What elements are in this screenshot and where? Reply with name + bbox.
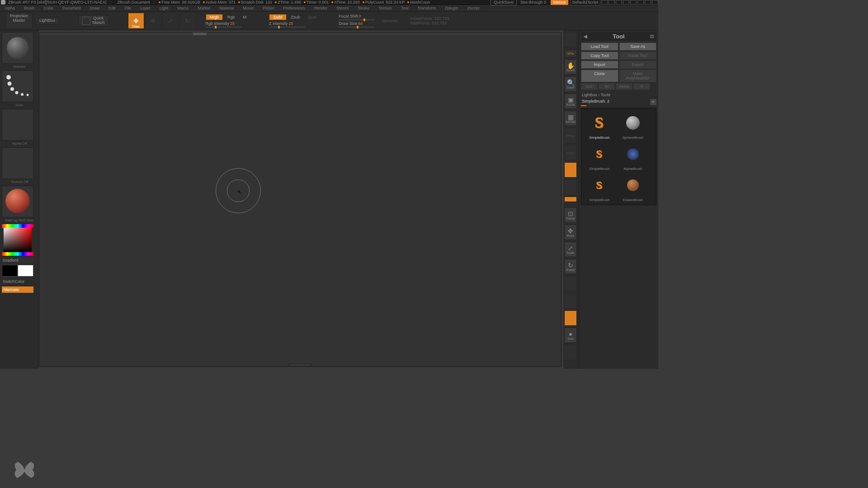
mrgb-button[interactable]: Mrgb — [206, 14, 223, 20]
xpose-button[interactable] — [564, 197, 577, 202]
frame-button[interactable]: ⊡Frame — [564, 207, 577, 223]
focal-shift-value[interactable]: 0 — [359, 14, 361, 19]
gradient-button[interactable]: Gradient — [2, 258, 33, 263]
menu-stencil[interactable]: Stencil — [332, 5, 353, 11]
quicksketch-button[interactable]: Quick Sketch — [78, 15, 109, 27]
ghost-button[interactable] — [564, 310, 577, 326]
menu-zplugin[interactable]: Zplugin — [440, 5, 463, 11]
lightbox-tools-link[interactable]: Lightbox › Tools — [581, 92, 656, 98]
menu-transform[interactable]: Transform — [413, 5, 440, 11]
current-tool-name[interactable]: SimpleBrush. 2 — [581, 98, 649, 104]
dock-move-button[interactable]: ✥Move — [564, 225, 577, 240]
menu-draw[interactable]: Draw — [85, 5, 104, 11]
persp-button[interactable]: Persp — [564, 128, 577, 143]
zsub-button[interactable]: Zsub — [288, 14, 304, 20]
clone-button[interactable]: Clone — [581, 70, 618, 82]
texture-thumbnail[interactable] — [2, 147, 33, 179]
pframe-button[interactable] — [564, 276, 577, 291]
dyn-button[interactable] — [564, 345, 577, 360]
window-button-2[interactable] — [609, 0, 615, 5]
menu-render[interactable]: Render — [310, 5, 332, 11]
focal-shift-slider[interactable] — [339, 19, 375, 20]
local-button[interactable] — [564, 162, 577, 178]
rgb-intensity-value[interactable]: 25 — [230, 21, 235, 26]
brush-thumbnail[interactable] — [2, 32, 33, 64]
spix-button[interactable]: SPix — [564, 49, 577, 57]
menu-preferences[interactable]: Preferences — [278, 5, 310, 11]
window-button-5[interactable] — [630, 0, 637, 5]
z-intensity-value[interactable]: 25 — [289, 21, 293, 26]
swatch-white[interactable] — [18, 265, 33, 277]
switchcolor-button[interactable]: SwitchColor — [2, 278, 33, 285]
actual-button[interactable]: ▣Actual — [564, 94, 577, 109]
draw-size-value[interactable]: 64 — [358, 21, 363, 26]
goz-visible-button[interactable]: Visible — [616, 83, 632, 90]
lsym-button[interactable] — [564, 179, 577, 195]
menu-stroke[interactable]: Stroke — [353, 5, 374, 11]
defaultzscript-button[interactable]: DefaultZScript — [570, 0, 600, 5]
goz-button[interactable]: GoZ — [581, 83, 598, 90]
draw-size-slider[interactable] — [339, 27, 375, 28]
menu-layer[interactable]: Layer — [136, 5, 155, 11]
paste-tool-button[interactable]: Paste Tool — [619, 52, 657, 60]
app-icon[interactable] — [1, 0, 5, 5]
make-polymesh-button[interactable]: Make PolyMesh3D — [619, 70, 657, 82]
menu-tool[interactable]: Tool — [396, 5, 413, 11]
zcut-button[interactable]: Zcut — [305, 14, 320, 20]
menu-light[interactable]: Light — [155, 5, 173, 11]
canvas-top-handle[interactable] — [39, 33, 561, 35]
rgb-button[interactable]: Rgb — [224, 14, 239, 20]
window-close[interactable] — [652, 0, 658, 5]
rotate-mode-button[interactable]: ↻ — [179, 13, 196, 29]
dock-rotate-button[interactable]: ↻Rotate — [564, 259, 577, 274]
move-mode-button[interactable]: ✥ — [145, 13, 161, 29]
import-button[interactable]: Import — [581, 61, 618, 69]
aahalf-button[interactable]: ▦AAHalf — [564, 111, 577, 126]
transp-button[interactable] — [564, 293, 577, 309]
scroll-button[interactable]: ✋Scroll — [564, 59, 577, 75]
menu-texture[interactable]: Texture — [374, 5, 396, 11]
dock-scale-button[interactable]: ⤢Scale — [564, 242, 577, 257]
quicksave-button[interactable]: QuickSave — [491, 0, 517, 5]
menu-zscript[interactable]: Zscript — [463, 5, 484, 11]
tool-thumb-simplebrush-3[interactable]: S SimpleBrush — [584, 174, 615, 202]
window-button-4[interactable] — [623, 0, 629, 5]
window-minimize[interactable] — [637, 0, 644, 5]
menu-macro[interactable]: Macro — [173, 5, 193, 11]
menu-color[interactable]: Color — [39, 5, 58, 11]
menu-alpha[interactable]: Alpha — [0, 5, 19, 11]
menu-material[interactable]: Material — [215, 5, 238, 11]
material-thumbnail[interactable] — [2, 186, 33, 217]
scale-mode-button[interactable]: ⤢ — [162, 13, 179, 29]
menu-document[interactable]: Document — [58, 5, 85, 11]
zoom-button[interactable]: 🔍Zoom — [564, 76, 577, 92]
draw-mode-button[interactable]: ✥ Draw — [128, 13, 144, 29]
goz-all-button[interactable]: All — [599, 83, 615, 90]
tool-thumb-simplebrush-2[interactable]: S SimpleBrush — [584, 142, 615, 171]
export-button[interactable]: Export — [619, 61, 657, 69]
load-tool-button[interactable]: Load Tool — [581, 42, 618, 51]
dynamic-label[interactable]: Dynamic — [382, 19, 398, 23]
save-as-button[interactable]: Save As — [619, 42, 657, 51]
alpha-thumbnail[interactable] — [2, 109, 33, 141]
close-icon[interactable]: ⊡ — [650, 34, 654, 39]
lightbox-button[interactable]: LightBox — [35, 17, 59, 24]
z-intensity-slider[interactable] — [269, 27, 305, 28]
menu-marker[interactable]: Marker — [193, 5, 215, 11]
window-maximize[interactable] — [645, 0, 651, 5]
window-button-3[interactable] — [616, 0, 622, 5]
tool-thumb-simplebrush[interactable]: S SimpleBrush — [584, 111, 615, 140]
copy-tool-button[interactable]: Copy Tool — [581, 52, 618, 60]
tool-r-button[interactable]: R — [650, 99, 656, 105]
zadd-button[interactable]: Zadd — [269, 14, 287, 20]
tool-thumb-eraserbrush[interactable]: EraserBrush — [618, 174, 648, 202]
alternate-button[interactable]: Alternate — [2, 286, 33, 293]
canvas-bottom-handle[interactable] — [289, 364, 311, 366]
rgb-intensity-slider[interactable] — [206, 27, 242, 28]
m-button[interactable]: M — [240, 14, 250, 20]
color-picker[interactable] — [2, 224, 33, 256]
goz-r-button[interactable]: R — [633, 83, 650, 90]
seethrough-slider[interactable]: See-through 0 — [520, 0, 546, 5]
floor-button[interactable]: Floor — [564, 145, 577, 160]
menus-button[interactable]: Menus — [551, 0, 568, 5]
